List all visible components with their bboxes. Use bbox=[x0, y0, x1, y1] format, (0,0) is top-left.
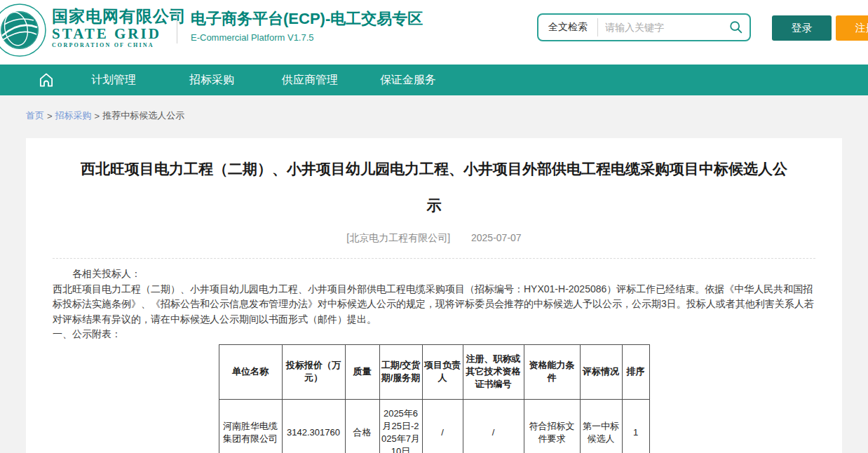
nav-item-deposit-service[interactable]: 保证金服务 bbox=[359, 65, 457, 95]
salutation-text: 各相关投标人： bbox=[53, 266, 815, 282]
col-header-duration: 工期/交货期/服务期 bbox=[379, 344, 422, 399]
nav-item-plan-management[interactable]: 计划管理 bbox=[65, 65, 163, 95]
logo-en-name: State Grid bbox=[52, 25, 187, 42]
logo-cn-name: 国家电网有限公司 bbox=[52, 7, 187, 25]
col-header-unit-name: 单位名称 bbox=[219, 344, 282, 399]
platform-block: 电子商务平台(ECP)-电工交易专区 E-Commercial Platform… bbox=[191, 10, 423, 43]
cell-qualification: 符合招标文件要求 bbox=[524, 399, 580, 453]
login-button[interactable]: 登录 bbox=[772, 15, 832, 41]
cell-rank: 1 bbox=[622, 399, 649, 453]
table-row: 河南胜华电缆集团有限公司 3142.301760 合格 2025年6月25日-2… bbox=[219, 399, 649, 453]
register-button[interactable]: 注册 bbox=[836, 15, 868, 41]
nav-home-button[interactable] bbox=[28, 65, 65, 95]
search-button[interactable] bbox=[723, 15, 750, 40]
article-source: [北京电力工程有限公司] bbox=[346, 232, 450, 243]
logo-text: 国家电网有限公司 State Grid CORPORATION OF CHINA bbox=[52, 7, 187, 49]
appendix-section-label: 一、公示附表： bbox=[53, 327, 815, 342]
col-header-bid-price: 投标报价（万元） bbox=[282, 344, 345, 399]
nav-item-bidding-procurement[interactable]: 招标采购 bbox=[163, 65, 261, 95]
platform-title: 电子商务平台(ECP)-电工交易专区 bbox=[191, 10, 423, 28]
col-header-quality: 质量 bbox=[345, 344, 379, 399]
header-divider bbox=[177, 11, 177, 43]
col-header-rank: 排序 bbox=[622, 344, 649, 399]
cell-bid-price: 3142.301760 bbox=[282, 399, 345, 453]
col-header-certificate-no: 注册、职称或其它技术资格证书编号 bbox=[463, 344, 524, 399]
nav-item-supplier-management[interactable]: 供应商管理 bbox=[261, 65, 359, 95]
col-header-qualification: 资格能力条件 bbox=[524, 344, 580, 399]
logo-en-subname: CORPORATION OF CHINA bbox=[52, 42, 187, 49]
col-header-evaluation: 评标情况 bbox=[580, 344, 622, 399]
col-header-project-manager: 项目负责人 bbox=[422, 344, 463, 399]
breadcrumb-separator: > bbox=[47, 111, 53, 121]
search-icon bbox=[728, 20, 744, 35]
announcement-paragraph: 西北旺项目电力工程（二期）、小井项目幼儿园电力工程、小井项目外部供电工程电缆采购… bbox=[53, 282, 815, 327]
search-input[interactable] bbox=[598, 22, 723, 33]
dashed-divider bbox=[53, 258, 815, 259]
breadcrumb-home-link[interactable]: 首页 bbox=[26, 109, 44, 122]
table-header-row: 单位名称 投标报价（万元） 质量 工期/交货期/服务期 项目负责人 注册、职称或… bbox=[219, 344, 649, 399]
main-nav: 计划管理 招标采购 供应商管理 保证金服务 bbox=[0, 65, 868, 95]
state-grid-globe-icon bbox=[0, 4, 46, 57]
cell-evaluation: 第一中标候选人 bbox=[580, 399, 622, 453]
article-meta: [北京电力工程有限公司] 2025-07-07 bbox=[53, 232, 815, 245]
cell-duration: 2025年6月25日-2025年7月10日 bbox=[379, 399, 422, 453]
search-scope-select[interactable]: 全文检索 bbox=[538, 21, 597, 34]
breadcrumb-section-link[interactable]: 招标采购 bbox=[55, 109, 92, 122]
cell-quality: 合格 bbox=[345, 399, 379, 453]
announcement-card: 西北旺项目电力工程（二期）、小井项目幼儿园电力工程、小井项目外部供电工程电缆采购… bbox=[26, 138, 842, 453]
article-body: 各相关投标人： 西北旺项目电力工程（二期）、小井项目幼儿园电力工程、小井项目外部… bbox=[53, 266, 815, 342]
bid-candidates-table: 单位名称 投标报价（万元） 质量 工期/交货期/服务期 项目负责人 注册、职称或… bbox=[219, 344, 650, 453]
breadcrumb: 首页 > 招标采购 > 推荐中标候选人公示 bbox=[26, 109, 184, 122]
page-title: 西北旺项目电力工程（二期）、小井项目幼儿园电力工程、小井项目外部供电工程电缆采购… bbox=[53, 148, 815, 224]
cell-certificate-no: / bbox=[463, 399, 524, 453]
platform-subtitle: E-Commercial Platform V1.7.5 bbox=[191, 32, 423, 43]
breadcrumb-separator: > bbox=[95, 111, 100, 121]
search-box: 全文检索 bbox=[537, 13, 751, 41]
top-header: 国家电网有限公司 State Grid CORPORATION OF CHINA… bbox=[0, 0, 868, 65]
breadcrumb-current: 推荐中标候选人公示 bbox=[102, 109, 184, 122]
home-icon bbox=[37, 71, 55, 89]
article-date: 2025-07-07 bbox=[471, 232, 522, 243]
cell-unit-name: 河南胜华电缆集团有限公司 bbox=[219, 399, 282, 453]
cell-project-manager: / bbox=[422, 399, 463, 453]
